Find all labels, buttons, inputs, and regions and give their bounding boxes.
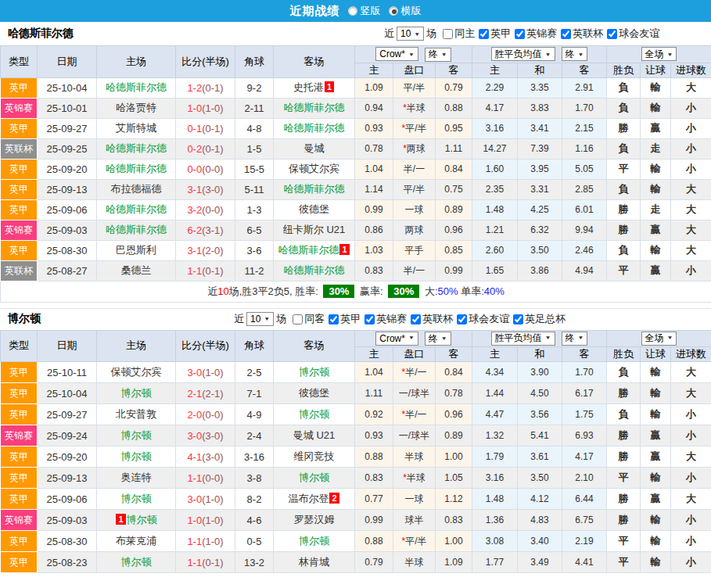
score-cell[interactable]: 1-1(1-0) bbox=[176, 531, 235, 552]
same-venue-checkbox[interactable]: 同客 bbox=[293, 312, 325, 326]
score-cell[interactable]: 2-0(0-0) bbox=[176, 404, 235, 425]
team-link[interactable]: 博尔顿 bbox=[127, 514, 157, 525]
team-link[interactable]: 布拉德福德 bbox=[111, 183, 162, 195]
match-count-select[interactable]: 10▼ bbox=[246, 312, 274, 326]
league-filter-checkbox-input[interactable] bbox=[513, 314, 523, 324]
team-link[interactable]: 博尔顿 bbox=[121, 556, 152, 568]
bookmaker-select[interactable]: Crow*▼ bbox=[375, 332, 418, 346]
league-filter-checkbox-input[interactable] bbox=[607, 29, 617, 39]
team-link[interactable]: 哈德斯菲尔德 bbox=[284, 183, 345, 195]
team-link[interactable]: 巴恩斯利 bbox=[116, 244, 156, 256]
team-link[interactable]: 博尔顿 bbox=[299, 471, 329, 483]
score-cell[interactable]: 1-1(0-1) bbox=[176, 552, 235, 573]
league-filter-checkbox-input[interactable] bbox=[479, 29, 489, 39]
radio-horizontal-layout[interactable]: 横版 bbox=[389, 4, 422, 18]
mean-odds-select[interactable]: 胜平负均值▼ bbox=[491, 332, 555, 346]
team-link[interactable]: 哈洛贾特 bbox=[116, 102, 156, 113]
team-link[interactable]: 温布尔登 bbox=[288, 493, 329, 504]
team-link[interactable]: 保顿艾尔宾 bbox=[289, 163, 339, 174]
score-cell[interactable]: 6-2(3-1) bbox=[176, 220, 235, 240]
away-team-cell: 纽卡斯尔 U21 bbox=[274, 220, 355, 240]
score-cell[interactable]: 3-0(3-0) bbox=[176, 425, 235, 446]
league-filter-checkbox-input[interactable] bbox=[457, 314, 467, 324]
league-filter-checkbox-input[interactable] bbox=[411, 314, 421, 324]
score-cell[interactable]: 1-1(0-1) bbox=[176, 260, 235, 281]
score-cell[interactable]: 3-0(1-0) bbox=[176, 362, 235, 383]
same-venue-checkbox[interactable]: 同主 bbox=[443, 27, 475, 41]
score-cell[interactable]: 3-2(0-0) bbox=[176, 199, 235, 220]
final-mean-select[interactable]: 终▼ bbox=[562, 47, 588, 61]
match-filters: 近10▼场同客英甲英锦赛英联杯球会友谊英足总杯 bbox=[232, 312, 566, 326]
team-link[interactable]: 史托港 bbox=[293, 81, 324, 93]
score-cell[interactable]: 1-1(0-0) bbox=[176, 468, 235, 489]
score-cell[interactable]: 0-1(0-1) bbox=[176, 118, 235, 138]
league-filter-checkbox[interactable]: 英甲 bbox=[329, 312, 361, 326]
team-link[interactable]: 纽卡斯尔 U21 bbox=[283, 224, 345, 235]
team-link[interactable]: 博尔顿 bbox=[299, 408, 329, 420]
league-filter-checkbox-input[interactable] bbox=[561, 29, 571, 39]
team-link[interactable]: 布莱克浦 bbox=[116, 535, 156, 547]
team-link[interactable]: 奥连特 bbox=[121, 471, 152, 483]
team-link[interactable]: 哈德斯菲尔德 bbox=[278, 244, 339, 256]
score-cell[interactable]: 1-0(1-0) bbox=[176, 510, 235, 531]
team-link[interactable]: 桑德兰 bbox=[121, 264, 152, 276]
league-filter-checkbox[interactable]: 球会友谊 bbox=[457, 312, 509, 326]
league-filter-checkbox[interactable]: 英锦赛 bbox=[364, 312, 407, 326]
same-venue-checkbox-input[interactable] bbox=[443, 29, 453, 39]
score-cell[interactable]: 0-0(0-0) bbox=[176, 159, 235, 179]
final-odds-select[interactable]: 终▼ bbox=[425, 332, 451, 346]
team-link[interactable]: 曼城 U21 bbox=[293, 429, 335, 441]
team-link[interactable]: 博尔顿 bbox=[121, 493, 152, 504]
team-link[interactable]: 哈德斯菲尔德 bbox=[284, 264, 345, 276]
score-cell[interactable]: 1-0(1-0) bbox=[176, 98, 235, 118]
league-filter-checkbox[interactable]: 英联杯 bbox=[561, 27, 603, 41]
team-link[interactable]: 保顿艾尔宾 bbox=[111, 366, 162, 378]
score-cell[interactable]: 1-2(0-1) bbox=[176, 77, 235, 98]
team-link[interactable]: 艾斯特城 bbox=[116, 122, 156, 134]
score-cell[interactable]: 4-1(3-0) bbox=[176, 446, 235, 468]
team-link[interactable]: 博尔顿 bbox=[121, 429, 152, 441]
away-team-cell: 罗瑟汉姆 bbox=[274, 510, 355, 531]
score-cell[interactable]: 0-2(0-1) bbox=[176, 138, 235, 159]
score-cell[interactable]: 3-1(3-0) bbox=[176, 179, 235, 199]
score-cell[interactable]: 2-1(2-1) bbox=[176, 383, 235, 404]
team-link[interactable]: 彼德堡 bbox=[299, 387, 329, 399]
team-link[interactable]: 哈德斯菲尔德 bbox=[106, 142, 167, 154]
score-cell[interactable]: 3-0(1-0) bbox=[176, 489, 235, 510]
team-link[interactable]: 林肯城 bbox=[299, 556, 329, 568]
league-filter-checkbox-input[interactable] bbox=[515, 29, 525, 39]
mean-win-odds: 1.48 bbox=[472, 489, 518, 510]
team-link[interactable]: 罗瑟汉姆 bbox=[294, 514, 335, 525]
team-link[interactable]: 博尔顿 bbox=[299, 366, 329, 378]
mean-odds-select[interactable]: 胜平负均值▼ bbox=[491, 47, 555, 61]
league-filter-checkbox[interactable]: 英联杯 bbox=[411, 312, 453, 326]
team-link[interactable]: 博尔顿 bbox=[121, 450, 152, 462]
league-filter-checkbox-input[interactable] bbox=[329, 314, 339, 324]
team-link[interactable]: 哈德斯菲尔德 bbox=[284, 102, 345, 113]
bookmaker-select[interactable]: Crow*▼ bbox=[375, 47, 418, 61]
team-link[interactable]: 维冈竞技 bbox=[294, 450, 335, 462]
score-cell[interactable]: 3-1(2-0) bbox=[176, 240, 235, 260]
final-odds-select[interactable]: 终▼ bbox=[425, 48, 451, 62]
league-filter-checkbox-input[interactable] bbox=[364, 314, 375, 324]
match-scope-select[interactable]: 全场▼ bbox=[641, 47, 677, 61]
team-link[interactable]: 哈德斯菲尔德 bbox=[284, 122, 345, 134]
team-link[interactable]: 哈德斯菲尔德 bbox=[106, 203, 167, 215]
team-link[interactable]: 博尔顿 bbox=[299, 535, 329, 547]
league-filter-checkbox[interactable]: 英甲 bbox=[479, 27, 511, 41]
team-link[interactable]: 北安普敦 bbox=[116, 408, 156, 420]
final-mean-select[interactable]: 终▼ bbox=[562, 332, 588, 346]
team-link[interactable]: 博尔顿 bbox=[121, 387, 152, 399]
league-filter-checkbox[interactable]: 球会友谊 bbox=[607, 27, 659, 41]
league-filter-checkbox[interactable]: 英足总杯 bbox=[513, 312, 566, 326]
team-link[interactable]: 哈德斯菲尔德 bbox=[106, 81, 167, 93]
match-count-select[interactable]: 10▼ bbox=[397, 27, 424, 41]
radio-vertical-layout[interactable]: 竖版 bbox=[348, 4, 381, 18]
team-link[interactable]: 哈德斯菲尔德 bbox=[106, 163, 167, 174]
match-scope-select[interactable]: 全场▼ bbox=[641, 332, 677, 346]
same-venue-checkbox-input[interactable] bbox=[293, 314, 303, 324]
league-filter-checkbox[interactable]: 英锦赛 bbox=[515, 27, 557, 41]
team-link[interactable]: 彼德堡 bbox=[299, 203, 329, 215]
team-link[interactable]: 哈德斯菲尔德 bbox=[106, 224, 167, 235]
team-link[interactable]: 曼城 bbox=[304, 142, 325, 154]
